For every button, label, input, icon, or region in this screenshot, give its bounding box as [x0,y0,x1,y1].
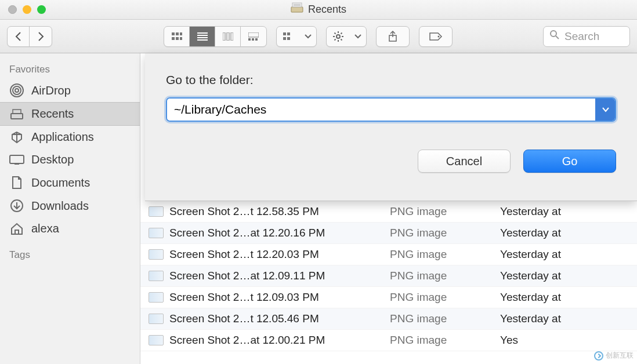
svg-rect-23 [283,37,286,40]
svg-point-37 [551,31,556,37]
svg-rect-42 [11,114,23,119]
svg-rect-2 [294,4,301,5]
path-input[interactable] [167,99,595,121]
sidebar-item-applications[interactable]: Applications [0,126,140,148]
svg-line-38 [556,36,559,39]
back-button[interactable] [8,27,30,46]
svg-rect-19 [252,38,254,41]
toolbar: Search [0,20,637,53]
forward-button[interactable] [30,27,52,46]
svg-rect-22 [287,32,290,35]
file-name: Screen Shot 2…t 12.58.35 PM [169,205,390,218]
go-button[interactable]: Go [523,150,616,173]
desktop-icon [9,155,24,165]
sidebar-item-label: AirDrop [31,84,71,97]
svg-line-32 [335,39,336,40]
svg-rect-48 [15,230,19,234]
file-row[interactable]: Screen Shot 2…t 12.20.03 PMPNG imageYest… [140,244,637,265]
file-date: Yesterday at [500,270,637,282]
file-name: Screen Shot 2…t 12.09.03 PM [169,291,390,304]
svg-rect-8 [176,37,179,40]
sidebar-item-label: Recents [31,107,74,121]
icon-view-button[interactable] [164,27,190,46]
file-row[interactable]: Screen Shot 2…t 12.05.46 PMPNG imageYest… [140,308,637,330]
svg-rect-7 [172,37,175,40]
svg-rect-0 [291,7,303,12]
action-menu[interactable] [326,26,367,47]
chevron-down-icon [300,27,316,46]
go-to-folder-label: Go to the folder: [166,73,616,87]
sidebar-item-documents[interactable]: Documents [0,171,140,194]
file-thumbnail-icon [149,206,164,217]
applications-icon [9,131,24,144]
file-date: Yesterday at [500,312,637,325]
file-row[interactable]: Screen Shot 2…at 12.09.11 PMPNG imageYes… [140,265,637,287]
file-kind: PNG image [390,248,500,261]
cancel-button[interactable]: Cancel [418,150,511,173]
sidebar: Favorites AirDrop Recents Applications D… [0,53,140,364]
path-history-dropdown[interactable] [595,99,615,121]
sidebar-item-desktop[interactable]: Desktop [0,148,140,171]
chevron-down-icon [350,27,366,46]
sidebar-item-airdrop[interactable]: AirDrop [0,79,140,102]
search-icon [549,30,560,43]
file-name: Screen Shot 2…t 12.20.03 PM [169,248,390,261]
svg-rect-43 [13,110,21,114]
file-kind: PNG image [390,270,500,282]
column-view-button[interactable] [215,27,241,46]
file-thumbnail-icon [149,271,164,281]
file-kind: PNG image [390,227,500,239]
file-row[interactable]: Screen Shot 2…at 12.20.16 PMPNG imageYes… [140,223,637,244]
window-title: Recents [291,3,346,16]
favorites-header: Favorites [0,58,140,79]
file-row[interactable]: Screen Shot 2…t 12.09.03 PMPNG imageYest… [140,287,637,308]
file-thumbnail-icon [149,228,164,238]
svg-rect-13 [197,39,208,41]
share-icon [377,27,409,46]
svg-point-39 [15,89,19,92]
gallery-view-button[interactable] [241,27,266,46]
file-kind: PNG image [390,205,500,218]
svg-point-40 [13,86,21,94]
file-row[interactable]: Screen Shot 2…at 12.00.21 PMPNG imageYes [140,330,637,351]
minimize-window-button[interactable] [23,5,31,14]
gear-icon [327,27,350,46]
tags-button[interactable] [419,26,453,47]
file-name: Screen Shot 2…at 12.20.16 PM [169,227,390,239]
svg-rect-16 [231,32,233,41]
svg-rect-21 [283,32,286,35]
list-view-button[interactable] [190,27,215,46]
svg-rect-15 [227,32,229,41]
tags-header: Tags [0,243,140,264]
svg-point-25 [336,35,340,38]
svg-line-33 [341,32,342,34]
sidebar-item-recents[interactable]: Recents [0,102,140,126]
path-input-combobox[interactable] [166,97,616,122]
svg-rect-20 [255,38,258,41]
svg-rect-45 [15,163,19,165]
sidebar-item-label: alexa [31,222,59,235]
sidebar-item-downloads[interactable]: Downloads [0,194,140,217]
zoom-window-button[interactable] [37,5,46,14]
file-row[interactable]: Screen Shot 2…t 12.58.35 PMPNG imageYest… [140,201,637,223]
traffic-lights [8,5,46,14]
file-kind: PNG image [390,291,500,304]
sidebar-item-home[interactable]: alexa [0,217,140,240]
share-button[interactable] [376,26,410,47]
file-name: Screen Shot 2…t 12.05.46 PM [169,312,390,325]
file-date: Yesterday at [500,291,637,304]
search-field[interactable]: Search [543,26,630,47]
arrange-menu[interactable] [276,26,317,47]
go-to-folder-sheet: Go to the folder: Cancel Go [145,53,637,201]
nav-buttons [7,26,52,47]
svg-rect-5 [176,32,179,35]
recents-icon [9,108,24,120]
file-date: Yes [500,334,637,347]
search-placeholder: Search [564,30,599,43]
watermark-text: 创新互联 [606,351,634,361]
file-thumbnail-icon [149,292,164,303]
svg-rect-24 [287,37,290,40]
file-thumbnail-icon [149,314,164,324]
svg-rect-11 [197,35,208,36]
close-window-button[interactable] [8,5,17,14]
